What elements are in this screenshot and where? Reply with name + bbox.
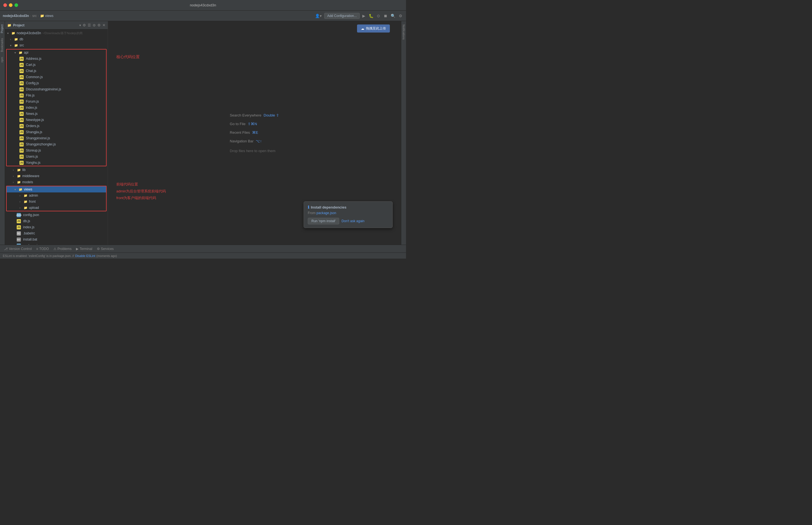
debug-icon[interactable]: 🐛	[368, 13, 374, 19]
welcome-shortcuts: Search Everywhere Double ⇧ Go to File ⇧⌘…	[230, 113, 279, 153]
item-name-babelrc: .babelrc	[23, 231, 35, 235]
tree-item-babelrc[interactable]: RC .babelrc	[5, 230, 108, 236]
run-icon[interactable]: ▶	[361, 13, 366, 19]
item-name-db: db	[19, 37, 23, 41]
panel-layout-icon[interactable]: ☰	[88, 23, 91, 27]
js-icon-config: JS	[19, 81, 24, 85]
tree-item-index-api[interactable]: JS index.js	[7, 105, 106, 111]
sidebar-item-bookmarks[interactable]: Bookmarks	[0, 36, 5, 54]
panel-header: 📁 Project ▾ ⚙ ☰ ⊜ ⚙ ✕	[5, 21, 108, 29]
item-name-address: Address.js	[26, 57, 42, 61]
dont-ask-again-button[interactable]: Don't ask again	[342, 218, 364, 224]
coverage-icon[interactable]: ⊙	[376, 13, 381, 19]
tree-item-middleware[interactable]: › 📁 middleware	[5, 173, 108, 179]
upload-button[interactable]: ☁ 拖拽至此上传	[357, 25, 390, 32]
item-name-common: Common.js	[26, 75, 43, 79]
tree-item-admin[interactable]: › 📁 admin	[7, 192, 106, 198]
close-button[interactable]	[3, 3, 7, 7]
tree-item-lib[interactable]: › 📁 lib	[5, 167, 108, 173]
recent-files-row: Recent Files ⌘E	[230, 131, 279, 135]
tree-arrow-views: ▾	[14, 188, 18, 191]
upload-label: 拖拽至此上传	[366, 26, 386, 31]
version-control-button[interactable]: ⎇ Version Control	[2, 246, 33, 251]
tree-item-forum[interactable]: JS Forum.js	[7, 99, 106, 105]
info-icon: ℹ	[308, 205, 309, 209]
tree-item-db[interactable]: › 📁 db	[5, 36, 108, 42]
user-icon[interactable]: 👤▾	[314, 13, 322, 19]
panel-filter-icon[interactable]: ⊜	[93, 23, 96, 27]
item-name-config-json: config.json	[23, 213, 39, 217]
panel-settings-icon[interactable]: ⚙	[83, 23, 86, 27]
minimize-button[interactable]	[9, 3, 13, 7]
tree-item-package-json[interactable]: JSON package.json	[5, 242, 108, 245]
tree-item-chat[interactable]: JS Chat.js	[7, 68, 106, 74]
js-icon-orders: JS	[19, 124, 24, 128]
problems-button[interactable]: ⚠ Problems	[52, 246, 73, 251]
tree-item-config-json[interactable]: JSON config.json	[5, 212, 108, 218]
tree-item-shangjia[interactable]: JS Shangjia.js	[7, 129, 106, 135]
item-name-shangjia: Shangjia.js	[26, 130, 42, 134]
js-icon-common: JS	[19, 75, 24, 79]
json-icon-package: JSON	[17, 244, 21, 245]
tree-item-common[interactable]: JS Common.js	[7, 74, 106, 80]
sidebar-item-notifications[interactable]: Notifications	[402, 22, 406, 42]
tree-item-index-js[interactable]: JS index.js	[5, 224, 108, 230]
tree-item-models[interactable]: › 📁 models	[5, 179, 108, 185]
tree-item-storeup[interactable]: JS Storeup.js	[7, 147, 106, 153]
tree-item-db-js[interactable]: JS db.js	[5, 218, 108, 224]
tree-item-front[interactable]: › 📁 front	[7, 198, 106, 205]
go-to-file-row: Go to File ⇧⌘N	[230, 122, 279, 126]
tree-item-upload[interactable]: › 📁 upload	[7, 205, 106, 211]
services-button[interactable]: ⚙ Services	[95, 246, 115, 251]
tree-item-api[interactable]: ▾ 📁 api	[7, 49, 106, 56]
tree-root[interactable]: ▾ 📁 nodejs43cdxd3n ~/Downloads/基于Nodejs的…	[5, 30, 108, 36]
item-name-chat: Chat.js	[26, 69, 36, 73]
search-everywhere-label: Search Everywhere	[230, 113, 261, 117]
go-to-file-label: Go to File	[230, 122, 245, 126]
tree-item-shangpinxinxi[interactable]: JS Shangpinxinxi.js	[7, 135, 106, 141]
project-panel: 📁 Project ▾ ⚙ ☰ ⊜ ⚙ ✕ ▾ 📁 nodejs43cdxd3n…	[5, 21, 108, 245]
views-red-border-section: ▾ 📁 views › 📁 admin › 📁 front	[6, 186, 106, 211]
stop-icon[interactable]: ⏹	[382, 13, 388, 19]
item-name-api: api	[24, 50, 28, 55]
terminal-button[interactable]: ▶ Terminal	[74, 246, 94, 251]
js-icon-discuss: JS	[19, 87, 24, 91]
sidebar-item-npm[interactable]: npm	[0, 55, 5, 64]
tree-item-shangpinzhonglei[interactable]: JS Shangpinzhonglei.js	[7, 141, 106, 147]
item-name-config-js: Config.js	[26, 81, 39, 85]
settings-icon[interactable]: ⚙	[398, 13, 403, 19]
js-icon-shangjia: JS	[19, 130, 24, 134]
tree-item-cart[interactable]: JS Cart.js	[7, 62, 106, 68]
tree-item-install-bat[interactable]: BAT install.bat	[5, 236, 108, 242]
add-configuration-button[interactable]: Add Configuration...	[324, 13, 360, 19]
tree-item-discuss[interactable]: JS Discussshangpinxinxi.js	[7, 86, 106, 92]
tree-item-orders[interactable]: JS Orders.js	[7, 123, 106, 129]
breadcrumb-project[interactable]: nodejs43cdxd3n	[3, 14, 29, 18]
search-icon[interactable]: 🔍	[390, 13, 396, 19]
tree-item-newstype[interactable]: JS Newstype.js	[7, 117, 106, 123]
panel-dropdown[interactable]: ▾	[79, 24, 81, 27]
tree-item-file[interactable]: JS File.js	[7, 92, 106, 99]
tree-item-news[interactable]: JS News.js	[7, 111, 106, 117]
item-name-index-api: index.js	[26, 106, 37, 109]
run-npm-install-button[interactable]: Run 'npm install'	[308, 218, 339, 224]
tree-item-yonghu[interactable]: JS Yonghu.js	[7, 160, 106, 166]
tree-item-views[interactable]: ▾ 📁 views	[7, 186, 106, 192]
tree-item-src[interactable]: ▾ 📁 src	[5, 42, 108, 48]
panel-title: Project	[13, 24, 78, 27]
sidebar-item-project[interactable]: Project	[0, 22, 5, 35]
notification-package-link[interactable]: package.json	[316, 211, 336, 215]
item-name-users: Users.js	[26, 155, 38, 159]
tree-arrow-admin: ›	[19, 194, 24, 197]
todo-button[interactable]: ≡ TODO	[34, 246, 50, 251]
tree-item-users[interactable]: JS Users.js	[7, 153, 106, 160]
disable-eslint-link[interactable]: Disable ESLint	[75, 254, 95, 257]
recent-files-shortcut: ⌘E	[252, 131, 258, 135]
problems-label: Problems	[58, 247, 72, 251]
maximize-button[interactable]	[14, 3, 18, 7]
tree-item-address[interactable]: JS Address.js	[7, 56, 106, 62]
panel-config-icon[interactable]: ⚙	[97, 23, 101, 27]
tree-item-config-js[interactable]: JS Config.js	[7, 80, 106, 86]
panel-close-icon[interactable]: ✕	[102, 23, 105, 27]
bat-icon-install: BAT	[17, 238, 21, 242]
